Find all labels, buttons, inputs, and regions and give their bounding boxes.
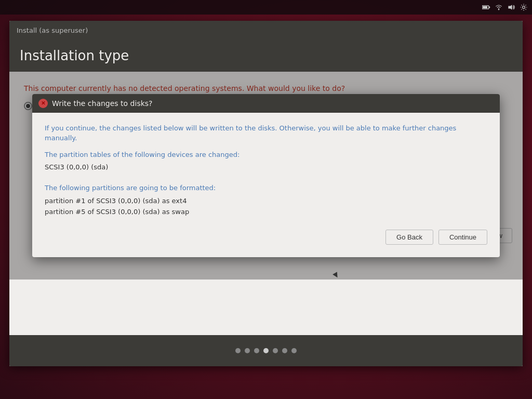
dialog-close-button[interactable] xyxy=(38,99,48,108)
progress-dot-1 xyxy=(235,348,241,353)
settings-icon xyxy=(520,3,528,11)
dialog-titlebar: Write the changes to disks? xyxy=(32,94,500,113)
progress-dot-7 xyxy=(291,348,297,353)
progress-dot-2 xyxy=(245,348,250,353)
installer-window: Install (as superuser) Installation type… xyxy=(9,21,523,366)
partition2-detail: partition #5 of SCSI3 (0,0,0) (sda) as s… xyxy=(45,207,487,218)
svg-point-5 xyxy=(523,6,525,9)
partition-tables-device: SCSI3 (0,0,0) (sda) xyxy=(45,162,487,173)
dialog-buttons: Go Back Continue xyxy=(45,230,487,247)
top-panel xyxy=(0,0,532,15)
progress-dot-3 xyxy=(254,348,259,353)
svg-marker-4 xyxy=(508,5,512,10)
installer-header: Installation type xyxy=(9,39,523,72)
go-back-button[interactable]: Go Back xyxy=(385,230,433,245)
volume-icon xyxy=(507,3,515,11)
partition1-detail: partition #1 of SCSI3 (0,0,0) (sda) as e… xyxy=(45,196,487,207)
svg-point-3 xyxy=(498,8,499,9)
page-title: Installation type xyxy=(20,48,512,63)
dialog-body: If you continue, the changes listed belo… xyxy=(32,113,500,258)
progress-dot-5 xyxy=(273,348,278,353)
battery-icon xyxy=(482,3,490,11)
installer-content: This computer currently has no detected … xyxy=(9,72,523,280)
dialog-overlay: Write the changes to disks? If you conti… xyxy=(9,72,523,280)
network-icon xyxy=(495,3,503,11)
svg-rect-2 xyxy=(483,6,487,8)
partition-tables-heading: The partition tables of the following de… xyxy=(45,150,487,161)
window-title: Install (as superuser) xyxy=(17,26,88,34)
write-changes-dialog: Write the changes to disks? If you conti… xyxy=(32,94,500,258)
window-titlebar: Install (as superuser) xyxy=(9,21,523,39)
installer-progress-bar xyxy=(9,335,523,366)
dialog-title: Write the changes to disks? xyxy=(52,99,153,108)
continue-button[interactable]: Continue xyxy=(438,230,487,245)
dialog-body-text: If you continue, the changes listed belo… xyxy=(45,123,487,143)
progress-dot-4 xyxy=(263,348,269,353)
progress-dot-6 xyxy=(282,348,287,353)
svg-rect-1 xyxy=(489,6,490,8)
partitions-heading: The following partitions are going to be… xyxy=(45,183,487,194)
